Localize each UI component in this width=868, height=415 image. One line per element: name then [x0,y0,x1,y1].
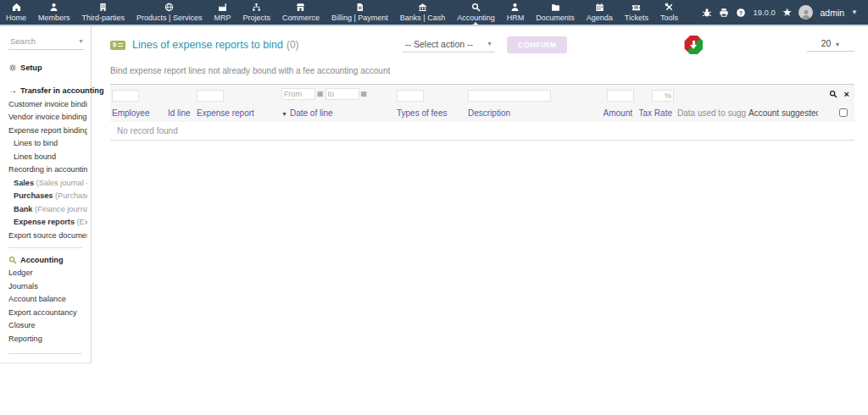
filter-clear-icon[interactable]: × [844,90,849,99]
sort-desc-icon: ▼ [281,111,287,117]
chevron-down-icon: ▼ [851,8,858,16]
col-id-line[interactable]: Id line [166,104,195,122]
filter-amount-input[interactable] [607,90,634,102]
nav-item-tools[interactable]: Tools [654,0,684,25]
sidebar-item-lines-bound[interactable]: Lines bound [8,152,87,161]
sidebar-item-customer-invoice-binding[interactable]: Customer invoice binding [8,100,87,108]
ticket-icon [632,3,641,12]
sidebar-item-journals[interactable]: Journals [8,282,87,290]
col-types-of-fees[interactable]: Types of fees [395,104,466,122]
sidebar-heading-accounting[interactable]: Accounting [8,256,87,264]
active-menu-caret [472,22,479,25]
calendar-to-icon[interactable]: ▦ [361,91,368,97]
col-account-suggested: Account suggested [747,104,818,122]
sidebar-bottom-divider [8,353,82,354]
sidebar-item-reporting[interactable]: Reporting [8,335,87,343]
home-icon [12,3,21,12]
filter-search-icon[interactable] [829,90,837,98]
navbar-right-group: 19.0.0 ★ admin ▼ [702,0,868,25]
sitemap-icon [252,3,261,12]
pdf-export-logo-icon[interactable] [684,36,703,54]
calendar-from-icon[interactable]: ▦ [317,91,324,97]
col-expense-report[interactable]: Expense report [195,104,280,122]
sidebar-heading-transfer[interactable]: → Transfer in accounting [8,86,87,95]
user-menu[interactable]: admin [820,8,844,18]
sidebar-item-purchases-journal[interactable]: Purchases (Purchase j... [8,191,87,200]
print-icon[interactable] [719,8,729,18]
nav-item-third-parties[interactable]: Third-parties [76,0,131,25]
magnifier-icon [8,256,17,264]
sidebar-item-recording-in-accounting[interactable]: Recording in accounting [8,165,87,174]
col-data-used-to-suggest: Data used to sugg... [676,104,747,122]
sidebar-item-bank-journal[interactable]: Bank (Finance journal) [8,205,87,213]
page-title: Lines of expense reports to bind [132,39,283,51]
select-all-checkbox[interactable] [839,108,848,117]
building-icon [98,3,108,12]
filter-row: ▦ ▦ × [110,85,854,104]
nav-item-members[interactable]: Members [32,0,76,25]
nav-item-accounting[interactable]: Accounting [451,0,501,25]
sidebar-item-lines-to-bind[interactable]: Lines to bind [8,139,87,147]
tools-icon [665,3,674,12]
version-label: 19.0.0 [753,8,775,17]
col-employee[interactable]: Employee [110,104,166,122]
sidebar-item-sales-journal[interactable]: Sales (Sales journal - s... [8,179,87,187]
select-action-dropdown[interactable]: -- Select action -- ▼ [403,38,495,53]
page-size-caret-icon: ▼ [834,42,840,47]
bank-icon [418,3,427,12]
col-tax-rate[interactable]: Tax Rate [636,104,676,122]
nav-item-products-services[interactable]: Products | Services [131,0,208,25]
nav-item-tickets[interactable]: Tickets [619,0,654,25]
sidebar-item-export-source-documents[interactable]: Export source documents [8,231,87,240]
search-dropdown-caret-icon: ▼ [78,38,84,44]
help-icon[interactable] [736,8,746,18]
sidebar-heading-setup[interactable]: Setup [8,64,87,72]
top-menu: Home Members Third-parties Products | Se… [0,0,684,25]
page-size-selector[interactable]: 20▼ [807,38,854,52]
col-description[interactable]: Description [466,104,595,122]
sidebar-item-vendor-invoice-binding[interactable]: Vendor invoice binding [8,113,87,121]
nav-item-agenda[interactable]: Agenda [581,0,619,25]
user-tie-icon [510,3,520,12]
confirm-button[interactable]: CONFIRM [507,36,568,53]
sidebar-item-expense-report-binding[interactable]: Expense report binding [8,126,87,135]
sidebar-item-account-balance[interactable]: Account balance [8,295,87,303]
col-amount[interactable]: Amount [595,104,636,122]
nav-item-banks-cash[interactable]: Banks | Cash [394,0,451,25]
nav-item-home[interactable]: Home [0,0,32,25]
nav-item-mrp[interactable]: MRP [208,0,236,25]
sidebar-divider [8,247,82,248]
sidebar: ▼ Setup → Transfer in accounting Custome… [0,26,92,363]
nav-item-billing-payment[interactable]: Billing | Payment [326,0,394,25]
avatar[interactable] [798,5,813,19]
filter-employee-input[interactable] [112,90,139,102]
filter-date-from-input[interactable] [281,88,315,100]
sidebar-item-closure[interactable]: Closure [8,321,87,329]
search-input[interactable] [8,36,75,47]
filter-tax-rate-input[interactable] [652,90,674,102]
arrow-right-icon: → [8,86,17,95]
nav-item-projects[interactable]: Projects [236,0,276,25]
sidebar-search[interactable]: ▼ [8,36,84,50]
nav-item-documents[interactable]: Documents [530,0,581,25]
bug-icon[interactable] [702,8,712,18]
sidebar-item-expense-reports-journal[interactable]: Expense reports (Expe... [8,218,87,226]
filter-date-to-input[interactable] [326,88,359,100]
factory-icon [218,3,227,12]
sidebar-item-export-accountancy[interactable]: Export accountancy [8,308,87,317]
expense-lines-table: ▦ ▦ × Employee [110,84,854,141]
sidebar-item-ledger[interactable]: Ledger [8,268,87,277]
nav-item-commerce[interactable]: Commerce [276,0,326,25]
store-icon [296,3,305,12]
member-icon [49,3,58,12]
gear-icon [8,64,17,72]
nav-item-hrm[interactable]: HRM [501,0,531,25]
col-date-of-line[interactable]: ▼Date of line [280,104,395,122]
calendar-icon [595,3,604,12]
filter-description-input[interactable] [468,90,551,102]
table-header-row: Employee Id line Expense report ▼Date of… [110,104,854,122]
globe-icon [164,3,174,12]
filter-types-of-fees-input[interactable] [397,90,424,102]
bookmark-star-icon[interactable]: ★ [782,7,793,18]
filter-expense-report-input[interactable] [197,90,224,102]
